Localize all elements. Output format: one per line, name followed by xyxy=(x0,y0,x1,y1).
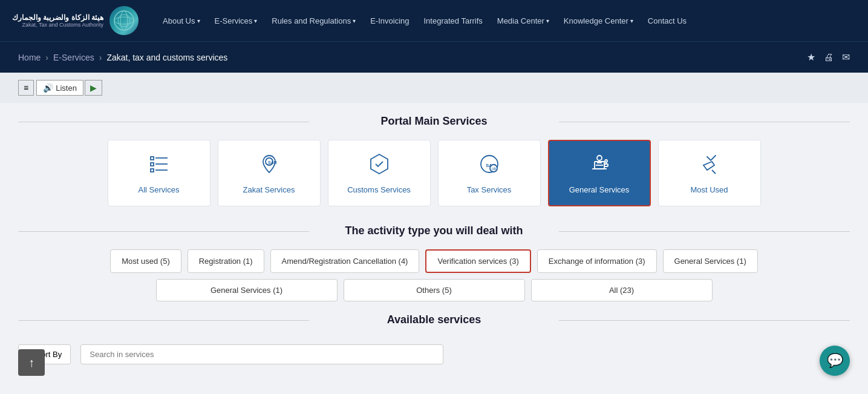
general-services-icon xyxy=(587,152,612,179)
logo-arabic: هيئة الزكاة والضريبة والجمارك xyxy=(12,13,103,22)
all-services-icon xyxy=(147,152,171,179)
tax-icon: SAR ok xyxy=(477,152,501,179)
top-navigation: هيئة الزكاة والضريبة والجمارك Zakat, Tax… xyxy=(0,0,868,41)
zakat-icon: SAR xyxy=(257,152,281,179)
filter-row-1: Most used (5) Registration (1) Amend/Reg… xyxy=(18,249,850,273)
service-card-general[interactable]: General Services xyxy=(548,140,651,206)
nav-knowledge-center[interactable]: Knowledge Center ▾ xyxy=(558,13,639,29)
filter-registration[interactable]: Registration (1) xyxy=(188,249,264,273)
zakat-label: Zakat Services xyxy=(243,185,295,194)
logo-icon xyxy=(109,6,139,35)
breadcrumb-home[interactable]: Home xyxy=(18,53,41,62)
breadcrumb-actions: ★ 🖨 ✉ xyxy=(807,51,850,63)
main-content: Portal Main Services All Services xyxy=(0,103,868,389)
service-card-mostused[interactable]: Most Used xyxy=(658,140,761,206)
service-card-customs[interactable]: Customs Services xyxy=(328,140,431,206)
breadcrumb-current: Zakat, tax and customs services xyxy=(106,53,227,62)
mostused-label: Most Used xyxy=(690,185,728,194)
svg-point-2 xyxy=(120,11,128,30)
svg-rect-8 xyxy=(151,169,154,172)
svg-point-16 xyxy=(597,156,602,160)
play-button[interactable]: ▶ xyxy=(85,80,102,96)
portal-services-title: Portal Main Services xyxy=(18,115,850,128)
svg-text:ok: ok xyxy=(492,166,497,171)
hamburger-button[interactable]: ≡ xyxy=(18,80,34,96)
nav-media-center[interactable]: Media Center ▾ xyxy=(491,13,555,29)
filter-row-2: General Services (1) Others (5) All (23) xyxy=(18,279,850,301)
filter-others[interactable]: Others (5) xyxy=(344,279,525,301)
logo-english: Zakat, Tax and Customs Authority xyxy=(12,22,103,28)
scroll-top-button[interactable]: ↑ xyxy=(18,349,45,376)
nav-tarrifs[interactable]: Integrated Tarrifs xyxy=(417,13,488,29)
search-input-wrap xyxy=(80,344,443,364)
available-services-title: Available services xyxy=(18,314,850,326)
chevron-down-icon: ▾ xyxy=(353,18,356,24)
tax-label: Tax Services xyxy=(467,185,512,194)
mostused-icon xyxy=(697,152,722,179)
svg-rect-4 xyxy=(151,157,154,160)
customs-icon xyxy=(367,152,391,179)
email-icon[interactable]: ✉ xyxy=(842,51,850,63)
activity-section-title: The activity type you will deal with xyxy=(18,225,850,237)
nav-about-us[interactable]: About Us ▾ xyxy=(157,13,206,29)
available-section: Available services ⇅ Sort By xyxy=(18,314,850,370)
chevron-down-icon: ▾ xyxy=(197,18,200,24)
filter-all[interactable]: All (23) xyxy=(531,279,713,301)
search-input[interactable] xyxy=(80,344,443,364)
nav-links: About Us ▾ E-Services ▾ Rules and Regula… xyxy=(157,13,856,29)
svg-point-3 xyxy=(114,17,134,24)
chevron-down-icon: ▾ xyxy=(630,18,633,24)
svg-line-24 xyxy=(712,170,716,174)
nav-einvoicing[interactable]: E-Invoicing xyxy=(364,13,415,29)
bookmark-icon[interactable]: ★ xyxy=(807,51,815,63)
filter-general-services-2[interactable]: General Services (1) xyxy=(156,279,338,301)
logo-text: هيئة الزكاة والضريبة والجمارك Zakat, Tax… xyxy=(12,13,103,28)
breadcrumb-eservices[interactable]: E-Services xyxy=(53,53,94,62)
filter-most-used[interactable]: Most used (5) xyxy=(110,249,181,273)
filter-general-services[interactable]: General Services (1) xyxy=(663,249,758,273)
filter-amend[interactable]: Amend/Registration Cancellation (4) xyxy=(270,249,420,273)
service-card-zakat[interactable]: SAR Zakat Services xyxy=(218,140,321,206)
print-icon[interactable]: 🖨 xyxy=(824,52,834,63)
speaker-icon: 🔊 xyxy=(43,83,53,93)
service-card-tax[interactable]: SAR ok Tax Services xyxy=(438,140,541,206)
chevron-down-icon: ▾ xyxy=(546,18,549,24)
svg-point-0 xyxy=(114,11,134,30)
filter-exchange[interactable]: Exchange of information (3) xyxy=(537,249,657,273)
nav-e-services[interactable]: E-Services ▾ xyxy=(209,13,264,29)
nav-contact-us[interactable]: Contact Us xyxy=(642,13,693,29)
breadcrumb: Home › E-Services › Zakat, tax and custo… xyxy=(18,53,227,62)
sort-search-row: ⇅ Sort By xyxy=(18,338,850,370)
filter-verification[interactable]: Verification services (3) xyxy=(425,249,530,273)
general-services-label: General Services xyxy=(569,185,630,194)
svg-point-23 xyxy=(605,160,607,162)
listen-label: Listen xyxy=(56,84,77,93)
breadcrumb-bar: Home › E-Services › Zakat, tax and custo… xyxy=(0,41,868,73)
svg-text:SAR: SAR xyxy=(268,160,277,165)
breadcrumb-sep2: › xyxy=(99,53,102,62)
listen-button[interactable]: 🔊 Listen xyxy=(36,80,83,96)
activity-section: The activity type you will deal with Mos… xyxy=(18,225,850,301)
logo-area[interactable]: هيئة الزكاة والضريبة والجمارك Zakat, Tax… xyxy=(12,6,139,35)
nav-rules[interactable]: Rules and Regulations ▾ xyxy=(266,13,362,29)
customs-label: Customs Services xyxy=(347,185,411,194)
chevron-down-icon: ▾ xyxy=(254,18,257,24)
svg-point-1 xyxy=(118,15,130,27)
breadcrumb-sep1: › xyxy=(45,53,48,62)
chat-button[interactable]: 💬 xyxy=(820,346,850,376)
service-card-all[interactable]: All Services xyxy=(108,140,210,206)
all-services-label: All Services xyxy=(139,185,180,194)
services-grid: All Services SAR Zakat Services Custom xyxy=(18,140,850,206)
svg-rect-6 xyxy=(151,163,154,166)
listen-bar: ≡ 🔊 Listen ▶ xyxy=(0,73,868,103)
svg-rect-21 xyxy=(604,164,608,166)
